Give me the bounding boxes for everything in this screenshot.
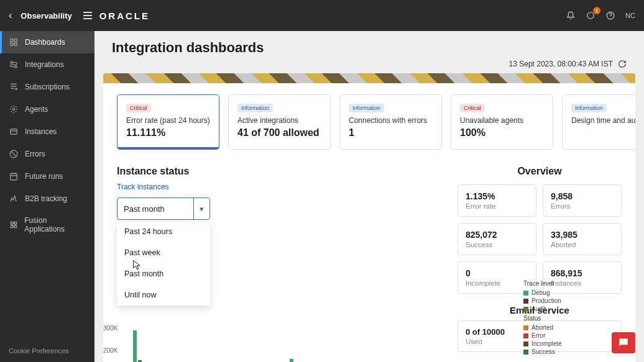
legend-label: Audit — [531, 305, 546, 312]
legend-item: Aborted — [523, 324, 579, 331]
timerange-option[interactable]: Past week — [117, 242, 210, 263]
svg-rect-14 — [14, 222, 17, 224]
sidebar-item-b2b-tracking[interactable]: B2B tracking — [0, 188, 94, 210]
chat-button[interactable] — [612, 332, 635, 353]
card-value: 11.111% — [126, 127, 210, 138]
card-label: Unavailable agents — [460, 116, 544, 125]
sidebar-item-dashboards[interactable]: Dashboards — [0, 31, 94, 53]
sidebar-item-integrations[interactable]: Integrations — [0, 53, 94, 76]
legend-item: Success — [523, 348, 579, 355]
overview-label: Errors — [551, 202, 614, 210]
sidebar-item-fusion-applications[interactable]: Fusion Applications — [0, 210, 94, 240]
card-value: 41 of 700 allowed — [237, 127, 321, 138]
overview-card[interactable]: 825,072Success — [458, 223, 536, 255]
refresh-icon[interactable] — [618, 60, 627, 68]
svg-rect-12 — [11, 173, 17, 180]
timerange-option[interactable]: Until now — [117, 284, 210, 305]
dashboard-panel: CriticalError rate (past 24 hours)11.111… — [103, 83, 635, 362]
sidebar: DashboardsIntegrationsSubscriptionsAgent… — [0, 31, 94, 362]
section-title: Observability — [21, 11, 71, 20]
svg-point-7 — [15, 66, 17, 68]
timerange-option[interactable]: Past 24 hours — [117, 221, 210, 242]
timerange-value: Past month — [117, 204, 193, 214]
page-title: Integration dashboards — [112, 40, 627, 56]
timerange-select[interactable]: Past month ▾ — [117, 197, 210, 220]
metric-card[interactable]: InformationDesign time and audit — [562, 94, 635, 150]
sidebar-item-label: Errors — [25, 150, 45, 158]
overview-label: Success — [466, 241, 528, 248]
svg-point-19 — [625, 342, 626, 343]
overview-value: 825,072 — [466, 230, 528, 240]
overview-card[interactable]: 1.135%Error rate — [458, 184, 536, 217]
sidebar-item-label: Subscriptions — [25, 83, 70, 91]
bar-group — [133, 330, 142, 362]
svg-rect-3 — [14, 39, 17, 42]
timestamp: 13 Sept 2023, 08:00:43 AM IST — [509, 60, 613, 68]
track-instances-link[interactable]: Track instances — [117, 183, 169, 191]
metric-card[interactable]: CriticalUnavailable agents100% — [451, 94, 553, 150]
legend-item: Production — [523, 297, 579, 304]
overview-card[interactable]: 33,985Aborted — [543, 223, 622, 255]
metric-card[interactable]: InformationActive integrations41 of 700 … — [228, 94, 331, 150]
metric-cards-row: CriticalError rate (past 24 hours)11.111… — [117, 94, 622, 150]
card-tag: Information — [237, 104, 273, 112]
legend-swatch — [523, 325, 528, 330]
y-tick: 300K — [103, 325, 117, 332]
metric-card[interactable]: CriticalError rate (past 24 hours)11.111… — [117, 94, 219, 150]
card-label: Active integrations — [237, 116, 321, 125]
legend-swatch — [523, 350, 528, 355]
svg-rect-15 — [11, 225, 13, 228]
card-value: 1 — [349, 127, 433, 138]
card-value: 100% — [460, 127, 544, 138]
svg-point-8 — [16, 88, 17, 89]
bell-icon[interactable] — [566, 11, 576, 20]
cookie-preferences-link[interactable]: Cookie Preferences — [0, 340, 94, 362]
timerange-option[interactable]: Past month — [117, 263, 210, 284]
sidebar-item-label: Instances — [25, 127, 57, 136]
chart-bar — [133, 330, 137, 362]
overview-value: 0 — [466, 268, 528, 278]
card-label: Design time and audit — [571, 116, 635, 125]
legend-label: Error — [531, 332, 545, 339]
hamburger-icon[interactable] — [83, 12, 92, 19]
legend-label: Production — [531, 297, 561, 304]
legend-label: Debug — [531, 289, 550, 296]
sidebar-item-subscriptions[interactable]: Subscriptions — [0, 76, 94, 98]
subscriptions-icon — [9, 82, 19, 92]
back-chevron-icon[interactable]: ‹ — [9, 10, 12, 21]
card-tag: Critical — [460, 104, 485, 112]
sidebar-item-instances[interactable]: Instances — [0, 120, 94, 143]
svg-rect-13 — [11, 222, 13, 224]
sidebar-item-agents[interactable]: Agents — [0, 98, 94, 120]
legend-item: Incomplete — [523, 340, 579, 347]
chart-bar — [290, 359, 293, 362]
banner-stripe — [103, 73, 635, 83]
svg-rect-2 — [11, 39, 13, 42]
legend-swatch — [523, 333, 528, 338]
alert-badge: 1 — [593, 7, 600, 14]
b2b-icon — [9, 194, 19, 204]
user-initials[interactable]: NC — [625, 12, 635, 19]
y-tick: 200K — [103, 347, 117, 354]
card-label: Connections with errors — [349, 116, 433, 125]
sidebar-item-label: B2B tracking — [25, 194, 67, 203]
sidebar-item-errors[interactable]: Errors — [0, 143, 94, 165]
sidebar-item-label: Dashboards — [25, 38, 65, 47]
svg-rect-4 — [11, 43, 13, 45]
svg-rect-10 — [11, 129, 17, 134]
errors-icon — [9, 149, 19, 159]
chevron-down-icon: ▾ — [193, 198, 209, 219]
integrations-icon — [9, 60, 19, 70]
overview-value: 868,915 — [551, 268, 614, 278]
metric-card[interactable]: InformationConnections with errors1 — [339, 94, 442, 150]
instances-icon — [9, 127, 19, 137]
sidebar-item-label: Fusion Applications — [24, 216, 86, 233]
sidebar-item-label: Agents — [25, 105, 48, 114]
overview-label: Error rate — [466, 202, 528, 210]
legend-swatch — [523, 342, 528, 346]
help-icon[interactable] — [605, 11, 615, 20]
timerange-dropdown: Past 24 hoursPast weekPast monthUntil no… — [117, 221, 210, 305]
overview-card[interactable]: 9,858Errors — [543, 184, 622, 217]
sidebar-item-future-runs[interactable]: Future runs — [0, 165, 94, 188]
alerts-icon[interactable]: 1 — [586, 11, 596, 20]
